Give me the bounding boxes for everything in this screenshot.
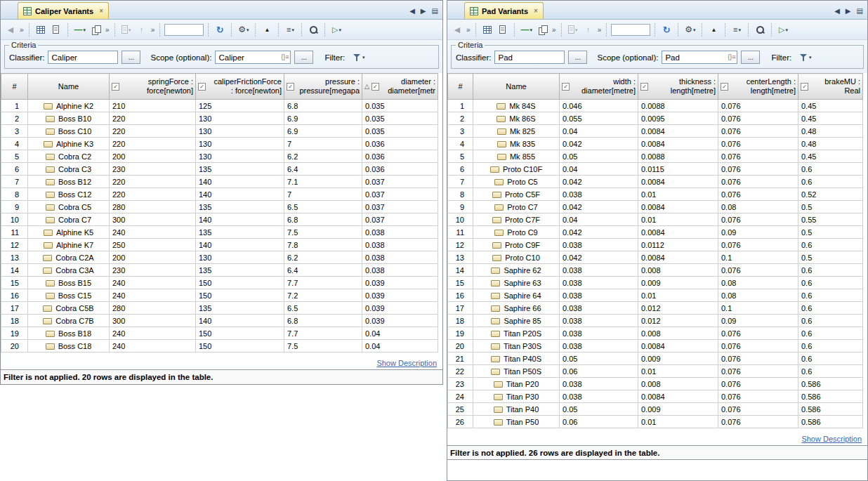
instance-name-cell[interactable]: Cobra C2 [28,150,110,163]
refresh-button[interactable]: ↻ [659,22,673,37]
value-cell[interactable]: 0.038 [362,251,438,264]
value-cell[interactable]: 0.008 [638,378,718,390]
value-cell[interactable]: 0.6 [798,365,863,378]
paste-dropdown[interactable]: ▾ [566,22,580,37]
back-button[interactable]: ◀ [450,22,464,37]
table-row[interactable]: 7Boss B122201407.10.037 [1,176,438,188]
instance-name-cell[interactable]: Saphire 66 [473,302,560,315]
table-row[interactable]: 25Titan P400.050.0090.0760.586 [448,403,863,416]
value-column-header-1[interactable]: ✓thickness :length[metre] [638,74,718,100]
scope-input[interactable] [215,51,291,64]
value-cell[interactable]: 0.01 [638,289,718,302]
instance-name-cell[interactable]: Proto C5 [473,176,560,188]
table-row[interactable]: 17Cobra C5B2801356.50.039 [1,302,438,315]
value-cell[interactable]: 0.076 [718,352,798,365]
value-cell[interactable]: 140 [196,176,284,188]
instance-name-cell[interactable]: Titan P30S [473,340,560,352]
instance-name-cell[interactable]: Alphine K2 [28,100,110,112]
value-cell[interactable]: 130 [196,150,284,163]
value-cell[interactable]: 0.0084 [638,176,718,188]
value-cell[interactable]: 0.55 [798,213,863,226]
value-cell[interactable]: 220 [110,125,196,138]
search-button[interactable] [306,22,320,37]
instance-name-cell[interactable]: Proto C7 [473,201,560,213]
overflow-chevron-icon[interactable]: » [151,26,155,34]
value-cell[interactable]: 0.038 [560,390,638,403]
table-row[interactable]: 14Saphire 620.0380.0080.0760.6 [448,264,863,277]
instance-name-cell[interactable]: Boss C18 [28,340,110,352]
value-cell[interactable]: 0.0084 [638,201,718,213]
value-cell[interactable]: 7.1 [284,176,362,188]
value-cell[interactable]: 0.076 [718,150,798,163]
value-cell[interactable]: 125 [196,100,284,112]
value-cell[interactable]: 0.0084 [638,340,718,352]
value-cell[interactable]: 210 [110,100,196,112]
value-cell[interactable]: 0.6 [798,352,863,365]
table-row[interactable]: 13Proto C100.0420.00840.10.5 [448,251,863,264]
value-cell[interactable]: 130 [196,125,284,138]
run-dropdown[interactable]: ▷▾ [776,22,790,37]
value-cell[interactable]: 0.076 [718,416,798,428]
instance-name-cell[interactable]: Boss B18 [28,327,110,340]
value-cell[interactable]: 6.9 [284,112,362,125]
table-row[interactable]: 12Proto C9F0.0380.01120.0760.6 [448,239,863,251]
overflow-chevron-icon[interactable]: » [466,26,471,34]
value-column-header-2[interactable]: ✓centerLength :length[metre] [718,74,798,100]
show-columns-button[interactable] [34,22,48,37]
value-cell[interactable]: 0.042 [560,251,638,264]
value-cell[interactable]: 0.008 [638,264,718,277]
value-cell[interactable]: 6.8 [284,213,362,226]
value-cell[interactable]: 0.008 [638,327,718,340]
value-cell[interactable]: 280 [110,302,196,315]
move-row-up-button[interactable]: ↑ [581,22,596,37]
value-cell[interactable]: 0.076 [718,365,798,378]
value-cell[interactable]: 0.076 [718,112,798,125]
value-cell[interactable]: 240 [110,340,196,352]
table-row[interactable]: 2Boss B102201306.90.035 [1,112,438,125]
value-cell[interactable]: 0.586 [798,390,863,403]
value-cell[interactable]: 0.6 [798,264,863,277]
value-cell[interactable]: 0.6 [798,176,863,188]
search-button[interactable] [753,22,767,37]
column-filter-icon[interactable]: ✓ [562,83,570,91]
value-cell[interactable]: 0.6 [798,163,863,176]
instance-name-cell[interactable]: Cobra C7B [28,315,110,327]
options-dropdown[interactable]: ⚙▾ [236,22,251,37]
value-cell[interactable]: 0.6 [798,340,863,352]
value-cell[interactable]: 0.035 [362,112,438,125]
value-cell[interactable]: 0.48 [798,125,863,138]
table-row[interactable]: 4Mk 8350.0420.00840.0760.48 [448,138,863,150]
value-column-header-2[interactable]: ✓pressure :pressure[megapa [284,74,362,100]
instance-name-cell[interactable]: Boss C15 [28,289,110,302]
value-cell[interactable]: 0.036 [362,138,438,150]
value-cell[interactable]: 6.8 [284,315,362,327]
close-tab-icon[interactable]: × [534,8,538,15]
value-cell[interactable]: 0.037 [362,213,438,226]
value-cell[interactable]: 300 [110,315,196,327]
value-cell[interactable]: 0.076 [718,138,798,150]
instance-name-cell[interactable]: Cobra C7 [28,213,110,226]
instance-name-cell[interactable]: Saphire 63 [473,277,560,289]
preset-combo[interactable] [164,24,204,36]
tab-pad-variants[interactable]: Pad Variants × [464,2,544,19]
column-filter-icon[interactable]: ✓ [371,83,379,91]
value-cell[interactable]: 140 [196,188,284,201]
value-cell[interactable]: 0.038 [560,315,638,327]
name-column-header[interactable]: Name [28,74,110,100]
table-row[interactable]: 16Boss C152401507.20.039 [1,289,438,302]
value-cell[interactable]: 150 [196,277,284,289]
tab-list-icon[interactable]: ▤ [432,8,438,15]
row-number-header[interactable]: # [1,74,28,100]
value-cell[interactable]: 0.04 [362,327,438,340]
table-row[interactable]: 10Proto C7F0.040.010.0760.55 [448,213,863,226]
value-cell[interactable]: 0.037 [362,201,438,213]
value-cell[interactable]: 0.076 [718,327,798,340]
classifier-input[interactable] [494,51,565,64]
instance-name-cell[interactable]: Alphine K5 [28,226,110,239]
table-row[interactable]: 5Mk 8550.050.00880.0760.45 [448,150,863,163]
value-cell[interactable]: 0.038 [560,289,638,302]
instance-name-cell[interactable]: Mk 86S [473,112,560,125]
value-cell[interactable]: 0.6 [798,302,863,315]
instance-name-cell[interactable]: Cobra C3A [28,264,110,277]
table-row[interactable]: 18Cobra C7B3001406.80.039 [1,315,438,327]
